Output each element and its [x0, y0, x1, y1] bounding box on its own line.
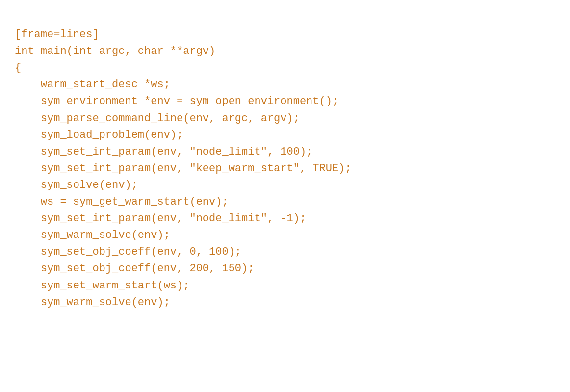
code-line: int main(int argc, char **argv) [15, 43, 555, 60]
code-line: [frame=lines] [15, 26, 555, 43]
code-line: sym_solve(env); [15, 177, 555, 194]
code-line: { [15, 60, 555, 77]
code-line: sym_load_problem(env); [15, 127, 555, 144]
code-line: ws = sym_get_warm_start(env); [15, 194, 555, 210]
code-line: sym_set_obj_coeff(env, 200, 150); [15, 261, 555, 277]
code-line: warm_start_desc *ws; [15, 77, 555, 93]
code-line: sym_set_warm_start(ws); [15, 278, 555, 294]
code-line: sym_set_int_param(env, "keep_warm_start"… [15, 160, 555, 177]
code-line: sym_parse_command_line(env, argc, argv); [15, 110, 555, 127]
code-line: sym_set_obj_coeff(env, 0, 100); [15, 244, 555, 261]
code-line: sym_warm_solve(env); [15, 294, 555, 311]
code-line: sym_set_int_param(env, "node_limit", -1)… [15, 210, 555, 227]
code-display: [frame=lines]int main(int argc, char **a… [15, 10, 555, 311]
code-line: sym_set_int_param(env, "node_limit", 100… [15, 144, 555, 160]
code-line: sym_warm_solve(env); [15, 227, 555, 244]
code-line: sym_environment *env = sym_open_environm… [15, 93, 555, 110]
